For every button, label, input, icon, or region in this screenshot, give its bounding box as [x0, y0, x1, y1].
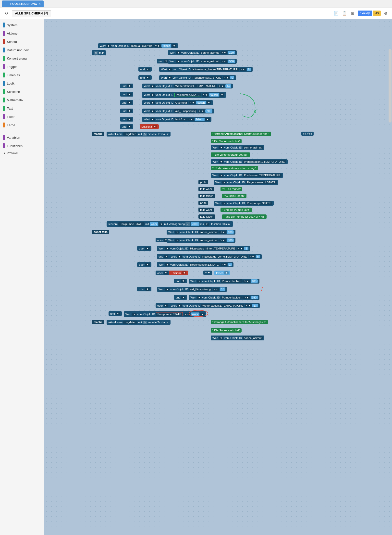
block-oder-6[interactable]: oder ▼ [156, 303, 170, 308]
scrollbar-thumb[interactable] [389, 49, 392, 123]
block-str-pumpe-aus[interactable]: " und die Pumpe ist aus.<br> <b" [222, 214, 267, 219]
sidebar-item-variablen[interactable]: Variablen [0, 133, 44, 142]
js-button[interactable]: JS [373, 11, 381, 16]
block-falls-wahr-2: falls wahr [198, 208, 214, 212]
block-oder-5[interactable]: oder ▼ [137, 287, 151, 291]
block-str-pumpe-laeuft[interactable]: " und die Pumpe läuft" [220, 208, 252, 212]
block-oder-4[interactable]: oder ▼ [156, 271, 170, 275]
block-str-kein-regen[interactable]: "°C, kein Regen" [222, 194, 246, 198]
block-pumpenlaufzeit-gt-240[interactable]: Wert ▼ vom Objekt ID Pumpenlaufzeit > ▼ … [189, 295, 259, 300]
block-oder-2[interactable]: oder ▼ [137, 246, 151, 251]
block-und-8[interactable]: und ▼ [120, 117, 133, 122]
block-akt-einspeisung-le-10[interactable]: Wert ▼ vom Objekt ID akt_Einspeisung ≤ ▼… [157, 287, 227, 292]
canvas-area[interactable]: .b { position: absolute; display: flex; … [44, 19, 392, 535]
sidebar-item-logik[interactable]: Logik [0, 79, 44, 87]
timeouts-color [3, 73, 5, 77]
sidebar-item-funktionen[interactable]: Funktionen [0, 142, 44, 150]
wert-dropdown[interactable]: ▼ [106, 44, 111, 48]
block-hitzestatus-gt-8[interactable]: Wert ▼ vom Objekt ID Hitzestatus_hinten.… [159, 67, 253, 72]
import-icon[interactable]: 📋 [341, 10, 348, 17]
block-falsch-2[interactable]: falsch ▼ [214, 271, 230, 275]
sidebar-item-datum[interactable]: Datum und Zeit [0, 46, 44, 54]
block-wert-regensensor[interactable]: Wert ▼ vom Objekt ID Regensensor:1.STATE [214, 180, 278, 185]
block-komma-luft[interactable]: ", die Lufttemperatur beträg:" [211, 152, 250, 157]
block-sonne-lt-100[interactable]: Wert ▼ vom Objekt ID sonne_azimut < ▼ 10… [167, 230, 235, 235]
sidebar-item-timeouts[interactable]: Timeouts [0, 71, 44, 79]
settings-icon[interactable]: ⚙ [382, 10, 389, 17]
sidebar: System Aktionen Sendto Datum und Zeit Ko… [0, 19, 44, 535]
block-str-auto-stop[interactable]: "<strong>Automatischer Stop!</strong><b" [211, 320, 268, 324]
block-aktualisiere-2[interactable]: aktualisiere Logdaten mit ⚙ erstelle Tex… [107, 320, 171, 325]
datum-color [3, 48, 5, 52]
block-und-effizienz[interactable]: und ▼ [120, 124, 133, 129]
block-steuere[interactable]: steuere Poolpumpe.STATE mit wahr ▼ mit V… [107, 221, 233, 227]
block-wert-manual[interactable]: Wert ▼ vom Objekt ID manual_override = ▼… [98, 43, 178, 48]
block-poolpumpe-eq-falsch[interactable]: Wert ▼ vom Objekt ID Poolpumpe.STATE = ▼… [142, 92, 226, 98]
block-hitzestatus-hinten-lt-5[interactable]: Wert ▼ vom Objekt ID Hitzestatus_hinten.… [157, 246, 250, 251]
block-regensensor-eq-1[interactable]: Wert ▼ vom Objekt ID Regensensor:1.STATE… [157, 262, 233, 267]
block-wert-sonne[interactable]: Wert ▼ vom Objekt ID sonne_azimut [211, 145, 264, 150]
block-sonne-lt-300[interactable]: Wert ▼ vom Objekt ID sonne_azimut < ▼ 30… [168, 59, 237, 64]
sidebar-item-sendto[interactable]: Sendto [0, 37, 44, 46]
sidebar-item-mathematik[interactable]: Mathematik [0, 96, 44, 104]
block-str-regnet[interactable]: "°C, es regnet" [220, 187, 242, 191]
block-celsius-wasser[interactable]: "°C, die Wassertemperatur beträgt" [211, 166, 258, 170]
save-all-button[interactable]: ALLE SPEICHERN 💾 [12, 10, 51, 16]
protokoll-item[interactable]: ▲ Protokoll [0, 150, 44, 156]
block-poolpumpe-eq-wahr[interactable]: Wert ▼ vom Objekt ID Poolpumpe.STATE = ▼… [124, 311, 206, 317]
block-und-7[interactable]: und ▼ [120, 109, 133, 113]
sidebar-item-listen[interactable]: Listen [0, 112, 44, 121]
sidebar-item-trigger[interactable]: Trigger [0, 62, 44, 71]
block-und-2[interactable]: und ▼ [138, 67, 152, 72]
block-und-9[interactable]: und ▼ [157, 254, 170, 259]
sidebar-item-konvertierung[interactable]: Konvertierung [0, 54, 44, 62]
save-icon: 💾 [44, 12, 48, 15]
block-wert-poolpumpe2[interactable]: Wert ▼ vom Objekt ID Poolpumpe.STATE [214, 201, 274, 206]
block-falls-main[interactable]: ⚙ falls [92, 50, 106, 55]
block-overheat-eq-falsch[interactable]: Wert ▼ vom Objekt ID Overheat = ▼ falsch… [142, 100, 213, 105]
block-und-11[interactable]: und ▼ [174, 295, 187, 300]
listen-color [3, 114, 5, 119]
grid-icon[interactable]: ⊞ [349, 10, 356, 17]
block-und-4[interactable]: und ▼ [120, 84, 133, 88]
block-str-die-sonne2[interactable]: " Die Sonne steht bei" [211, 328, 242, 333]
block-falls-falsch-1: falls falsch [198, 194, 215, 198]
block-not-aus-eq-falsch[interactable]: Wert ▼ vom Objekt ID Not-Aus = ▼ falsch … [142, 117, 211, 122]
block-wert-poolwasser[interactable]: Wert ▼ vom Objekt ID Poolwasser.TEMPERAT… [211, 173, 283, 178]
aktionen-color [3, 31, 5, 36]
block-hitzestatus-vorne-lt-5[interactable]: Wert ▼ vom Objekt ID Hitzestatus_vorne.T… [169, 254, 262, 259]
block-aktualisiere[interactable]: aktualisiere Logdaten mit ⚙ erstelle Tex… [107, 132, 171, 137]
block-sonne-gt-120[interactable]: Wert ▼ vom Objekt ID sonne_azimut > ▼ 12… [168, 50, 237, 55]
block-regensensor-eq-0[interactable]: Wert ▼ vom Objekt ID Regensensor:1.STATE… [159, 75, 236, 80]
block-und-6[interactable]: und ▼ [120, 100, 133, 105]
block-und-10[interactable]: und ▼ [174, 279, 187, 283]
sidebar-item-aktionen[interactable]: Aktionen [0, 29, 44, 37]
block-effizienz-eq-falsch[interactable]: Effizienz ▼ [169, 271, 188, 275]
block-und-12[interactable]: und ▼ [109, 311, 122, 316]
block-und-5[interactable]: und ▼ [120, 92, 133, 97]
block-wert-wetterstation[interactable]: Wert ▼ vom Objekt ID Wetterstation:1.TEM… [211, 159, 288, 164]
block-die-sonne[interactable]: " Die Sonne steht bei" [211, 139, 242, 143]
block-eq-falsch-2[interactable]: = ▼ [203, 271, 212, 275]
block-wetterstation-lt-13[interactable]: Wert ▼ vom Objekt ID Wetterstation:1.TEM… [169, 303, 260, 308]
sidebar-item-system[interactable]: System [0, 21, 44, 29]
block-oder-3[interactable]: oder ▼ [137, 262, 151, 267]
sidebar-item-schleifen[interactable]: Schleifen [0, 87, 44, 96]
block-sonne-gt-300[interactable]: Wert ▼ vom Objekt ID sonne_azimut > ▼ 30… [167, 238, 235, 243]
block-und-3[interactable]: und ▼ [138, 75, 152, 80]
refresh-button[interactable]: ↺ [3, 10, 10, 17]
block-effizienz[interactable]: Effizienz ▼ [140, 124, 159, 129]
sidebar-item-farbe[interactable]: Farbe [0, 121, 44, 129]
block-wetterstation-gt-14[interactable]: Wert ▼ vom Objekt ID Wetterstation:1.TEM… [142, 84, 233, 88]
export-icon[interactable]: 📄 [333, 10, 340, 17]
blockly-button[interactable]: blockly [358, 11, 372, 16]
block-pumpenlaufzeit-gt-180[interactable]: Wert ▼ vom Objekt ID Pumpenlaufzeit > ▼ … [189, 279, 259, 284]
tab-close-btn[interactable]: × [38, 2, 40, 6]
block-akt-einspeisung-gt-700[interactable]: Wert ▼ vom Objekt ID akt_Einspeisung > ▼… [142, 109, 214, 113]
cog-icon: ⚙ [94, 51, 98, 55]
sidebar-item-text[interactable]: Text [0, 104, 44, 112]
block-wert-sonne-2[interactable]: Wert ▼ vom Objekt ID sonne_azimut [211, 336, 264, 340]
eq-dropdown[interactable]: = ▼ [154, 44, 161, 48]
poolsteuerung-tab[interactable]: POOLSTEUERUNG × [2, 0, 44, 7]
block-str-auto-start[interactable]: " <strong>Automatischer Start!</strong><… [211, 132, 271, 136]
